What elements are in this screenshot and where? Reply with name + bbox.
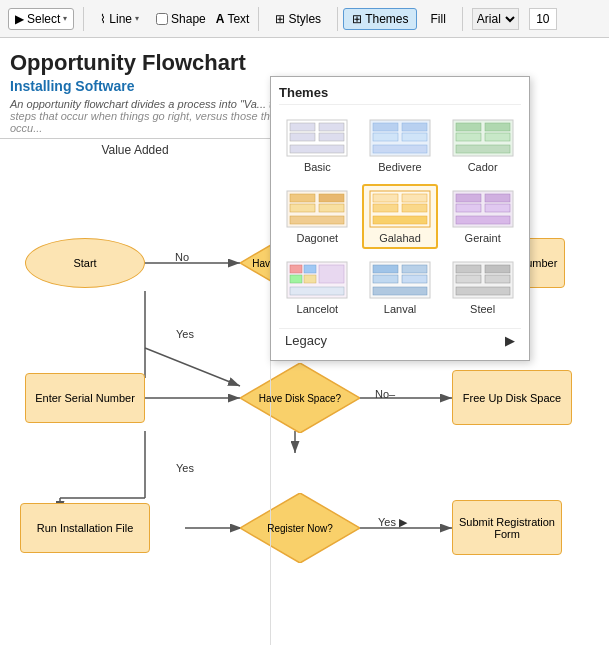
svg-rect-66 bbox=[402, 275, 427, 283]
theme-bedivere-preview bbox=[368, 118, 432, 158]
svg-rect-70 bbox=[456, 275, 481, 283]
text-icon: A bbox=[216, 12, 225, 26]
styles-button[interactable]: ⊞ Styles bbox=[268, 8, 328, 30]
themes-button[interactable]: ⊞ Themes bbox=[343, 8, 417, 30]
theme-lanval-label: Lanval bbox=[384, 303, 416, 315]
svg-rect-63 bbox=[373, 265, 398, 273]
arrow-label-yes2: Yes bbox=[176, 462, 194, 474]
canvas-area: Opportunity Flowchart Installing Softwar… bbox=[0, 38, 609, 645]
cursor-icon: ▶ bbox=[15, 12, 24, 26]
chart-title: Opportunity Flowchart bbox=[10, 50, 246, 76]
svg-rect-72 bbox=[485, 275, 510, 283]
svg-rect-39 bbox=[290, 204, 315, 212]
sep1 bbox=[83, 7, 84, 31]
svg-rect-65 bbox=[402, 265, 427, 273]
font-size-input[interactable] bbox=[529, 8, 557, 30]
svg-rect-56 bbox=[290, 265, 302, 273]
register-now-shape: Register Now? bbox=[240, 493, 360, 563]
svg-rect-29 bbox=[402, 133, 427, 141]
svg-rect-23 bbox=[319, 133, 344, 141]
theme-geraint-preview bbox=[451, 189, 515, 229]
arrow-label-yes1: Yes bbox=[176, 328, 194, 340]
svg-rect-47 bbox=[402, 204, 427, 212]
theme-lanval[interactable]: Lanval bbox=[362, 255, 439, 320]
svg-line-4 bbox=[145, 348, 240, 386]
svg-rect-26 bbox=[373, 123, 398, 131]
theme-basic[interactable]: Basic bbox=[279, 113, 356, 178]
toolbar: ▶ Select ▾ ⌇ Line ▾ Shape A Text ⊞ Style… bbox=[0, 0, 609, 38]
select-dropdown-arrow: ▾ bbox=[63, 14, 67, 23]
legacy-row[interactable]: Legacy ▶ bbox=[279, 328, 521, 352]
themes-icon: ⊞ bbox=[352, 12, 362, 26]
svg-rect-60 bbox=[319, 265, 344, 283]
svg-rect-57 bbox=[304, 265, 316, 273]
styles-icon: ⊞ bbox=[275, 12, 285, 26]
legacy-arrow-icon: ▶ bbox=[505, 333, 515, 348]
theme-geraint-label: Geraint bbox=[465, 232, 501, 244]
svg-rect-69 bbox=[456, 265, 481, 273]
start-shape: Start bbox=[25, 238, 145, 288]
theme-dagonet-preview bbox=[285, 189, 349, 229]
arrow-label-no2: No– bbox=[375, 388, 395, 400]
theme-basic-preview bbox=[285, 118, 349, 158]
svg-rect-54 bbox=[456, 216, 510, 224]
svg-rect-34 bbox=[485, 123, 510, 131]
svg-rect-44 bbox=[373, 194, 398, 202]
theme-galahad-preview bbox=[368, 189, 432, 229]
svg-rect-21 bbox=[290, 133, 315, 141]
chart-description: An opportunity flowchart divides a proce… bbox=[10, 98, 280, 134]
theme-cador-label: Cador bbox=[468, 161, 498, 173]
sep3 bbox=[337, 7, 338, 31]
enter-serial-shape: Enter Serial Number bbox=[25, 373, 145, 423]
svg-rect-33 bbox=[456, 133, 481, 141]
free-disk-shape: Free Up Disk Space bbox=[452, 370, 572, 425]
svg-rect-64 bbox=[373, 275, 398, 283]
theme-dagonet-label: Dagonet bbox=[297, 232, 339, 244]
theme-dagonet[interactable]: Dagonet bbox=[279, 184, 356, 249]
svg-rect-36 bbox=[456, 145, 510, 153]
theme-geraint[interactable]: Geraint bbox=[444, 184, 521, 249]
svg-rect-28 bbox=[402, 123, 427, 131]
theme-cador[interactable]: Cador bbox=[444, 113, 521, 178]
chart-subtitle: Installing Software bbox=[10, 78, 134, 94]
theme-galahad[interactable]: Galahad bbox=[362, 184, 439, 249]
select-button[interactable]: ▶ Select ▾ bbox=[8, 8, 74, 30]
theme-bedivere[interactable]: Bedivere bbox=[362, 113, 439, 178]
theme-galahad-label: Galahad bbox=[379, 232, 421, 244]
svg-rect-41 bbox=[319, 204, 344, 212]
text-checkbox-group: A Text bbox=[216, 12, 250, 26]
svg-rect-46 bbox=[402, 194, 427, 202]
line-icon: ⌇ bbox=[100, 12, 106, 26]
svg-rect-22 bbox=[319, 123, 344, 131]
svg-rect-35 bbox=[485, 133, 510, 141]
svg-rect-30 bbox=[373, 145, 427, 153]
theme-steel-label: Steel bbox=[470, 303, 495, 315]
svg-rect-52 bbox=[485, 194, 510, 202]
themes-grid: Basic Bedivere bbox=[279, 113, 521, 320]
font-select[interactable]: Arial bbox=[472, 8, 519, 30]
submit-reg-shape: Submit Registration Form bbox=[452, 500, 562, 555]
svg-rect-71 bbox=[485, 265, 510, 273]
value-added-label: Value Added bbox=[0, 138, 270, 157]
svg-rect-59 bbox=[304, 275, 316, 283]
theme-steel[interactable]: Steel bbox=[444, 255, 521, 320]
theme-lancelot[interactable]: Lancelot bbox=[279, 255, 356, 320]
svg-rect-42 bbox=[290, 216, 344, 224]
theme-steel-preview bbox=[451, 260, 515, 300]
svg-rect-53 bbox=[485, 204, 510, 212]
theme-lancelot-label: Lancelot bbox=[297, 303, 339, 315]
svg-rect-50 bbox=[456, 194, 481, 202]
svg-rect-45 bbox=[373, 204, 398, 212]
svg-rect-40 bbox=[319, 194, 344, 202]
shape-checkbox[interactable] bbox=[156, 13, 168, 25]
line-button[interactable]: ⌇ Line ▾ bbox=[93, 8, 146, 30]
sep2 bbox=[258, 7, 259, 31]
shape-checkbox-group: Shape bbox=[156, 12, 206, 26]
theme-lanval-preview bbox=[368, 260, 432, 300]
svg-rect-32 bbox=[456, 123, 481, 131]
fill-button[interactable]: Fill bbox=[423, 8, 452, 30]
themes-panel-title: Themes bbox=[279, 85, 521, 105]
svg-rect-61 bbox=[290, 287, 344, 295]
theme-lancelot-preview bbox=[285, 260, 349, 300]
sep4 bbox=[462, 7, 463, 31]
